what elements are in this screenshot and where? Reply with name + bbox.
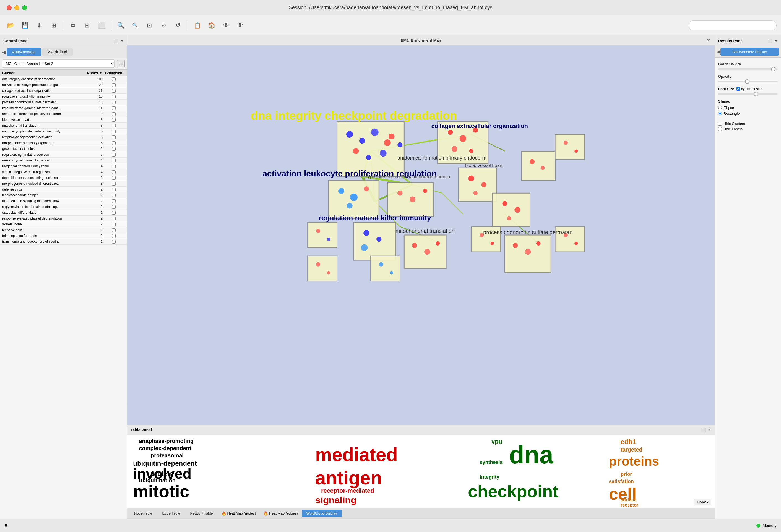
table-btn[interactable]: ⊞ xyxy=(48,19,60,32)
minimize-window-btn[interactable] xyxy=(14,5,19,10)
hide-clusters-checkbox[interactable] xyxy=(718,122,722,126)
table-row[interactable]: morphogenesis involved differentiatio...… xyxy=(0,181,127,187)
table-row[interactable]: mitochondrial translation 8 xyxy=(0,123,127,129)
tab-heat-map-edges[interactable]: 🔥 Heat Map (edges) xyxy=(260,510,301,517)
table-row[interactable]: immune lymphocyte mediated immunity 6 xyxy=(0,129,127,134)
table-row[interactable]: activation leukocyte proliferation regul… xyxy=(0,82,127,88)
table-row[interactable]: dna integrity checkpoint degradation 109 xyxy=(0,76,127,82)
network-close-btn[interactable]: ✕ xyxy=(707,38,710,43)
zoom-out-btn[interactable]: 🔍 xyxy=(129,19,141,32)
view-btn[interactable]: 👁 xyxy=(234,19,246,32)
ellipse-radio[interactable] xyxy=(718,106,722,110)
export-btn[interactable]: ⬜ xyxy=(95,19,108,32)
tab-edge-table[interactable]: Edge Table xyxy=(158,510,185,517)
table-row[interactable]: response elevated platelet degranulation… xyxy=(0,216,127,221)
zoom-fit-btn[interactable]: ⊡ xyxy=(143,19,155,32)
cluster-collapsed[interactable] xyxy=(102,118,125,122)
by-cluster-size-checkbox[interactable] xyxy=(737,87,740,91)
table-row[interactable]: deposition cenpa-containing nucleoso... … xyxy=(0,175,127,181)
cluster-collapsed[interactable] xyxy=(102,112,125,116)
collapsed-checkbox[interactable] xyxy=(112,147,116,151)
table-row[interactable]: blood vessel heart 8 xyxy=(0,117,127,123)
cluster-collapsed[interactable] xyxy=(102,135,125,139)
close-window-btn[interactable] xyxy=(7,5,12,10)
table-panel-restore-btn[interactable]: ⬜ xyxy=(701,428,706,432)
cluster-collapsed[interactable] xyxy=(102,153,125,157)
cluster-collapsed[interactable] xyxy=(102,159,125,162)
table-row[interactable]: telencephalon forebrain 2 xyxy=(0,233,127,239)
cluster-collapsed[interactable] xyxy=(102,165,125,168)
zoom-in-btn[interactable]: 🔍 xyxy=(115,19,127,32)
list-icon[interactable]: ≡ xyxy=(4,522,8,529)
hide-labels-checkbox[interactable] xyxy=(718,127,722,131)
results-tab-nav-left[interactable]: ◀ xyxy=(717,49,721,54)
tab-heat-map-nodes[interactable]: 🔥 Heat Map (nodes) xyxy=(218,510,259,517)
collapsed-checkbox[interactable] xyxy=(112,234,116,238)
cluster-collapsed[interactable] xyxy=(102,240,125,244)
cluster-collapsed[interactable] xyxy=(102,95,125,98)
tab-node-table[interactable]: Node Table xyxy=(129,510,157,517)
tab-autoannotate-display[interactable]: AutoAnnotate Display xyxy=(721,48,779,55)
cluster-collapsed[interactable] xyxy=(102,170,125,174)
cluster-collapsed[interactable] xyxy=(102,194,125,197)
zoom-sel-btn[interactable]: ⊙ xyxy=(158,19,170,32)
share-btn[interactable]: ⇆ xyxy=(67,19,79,32)
table-row[interactable]: type interferon gamma interferon-gam... … xyxy=(0,105,127,111)
cluster-collapsed[interactable] xyxy=(102,229,125,232)
save-btn[interactable]: 💾 xyxy=(19,19,31,32)
tab-wordcloud[interactable]: WordCloud xyxy=(42,48,73,56)
collapsed-checkbox[interactable] xyxy=(112,176,116,180)
cluster-collapsed[interactable] xyxy=(102,124,125,127)
collapsed-checkbox[interactable] xyxy=(112,153,116,157)
collapsed-checkbox[interactable] xyxy=(112,130,116,133)
cluster-collapsed[interactable] xyxy=(102,100,125,104)
collapsed-checkbox[interactable] xyxy=(112,182,116,186)
collapsed-checkbox[interactable] xyxy=(112,222,116,226)
collapsed-checkbox[interactable] xyxy=(112,118,116,122)
rectangle-radio[interactable] xyxy=(718,112,722,115)
cluster-collapsed[interactable] xyxy=(102,211,125,214)
opacity-thumb[interactable] xyxy=(745,79,749,84)
table-row[interactable]: regulation natural killer immunity 15 xyxy=(0,94,127,99)
collapsed-checkbox[interactable] xyxy=(112,89,116,93)
tab-network-table[interactable]: Network Table xyxy=(185,510,217,517)
collapsed-checkbox[interactable] xyxy=(112,77,116,81)
table-row[interactable]: collagen extracellular organization 21 xyxy=(0,88,127,94)
table-row[interactable]: morphogenesis sensory organ tube 6 xyxy=(0,140,127,146)
collapsed-checkbox[interactable] xyxy=(112,112,116,116)
results-panel-restore-btn[interactable]: ⬜ xyxy=(768,39,772,43)
collapsed-checkbox[interactable] xyxy=(112,199,116,203)
network-canvas[interactable]: dna integrity checkpoint degradation col… xyxy=(127,45,714,425)
collapsed-checkbox[interactable] xyxy=(112,83,116,87)
table-row[interactable]: osteoblast differentiation 2 xyxy=(0,210,127,216)
border-width-thumb[interactable] xyxy=(771,67,776,71)
table-row[interactable]: regulators rig-i mda5 production 5 xyxy=(0,152,127,158)
table-row[interactable]: urogenital nephron kidney renal 4 xyxy=(0,163,127,169)
sort-icon[interactable]: ▼ xyxy=(99,71,102,75)
collapsed-checkbox[interactable] xyxy=(112,229,116,232)
cluster-collapsed[interactable] xyxy=(102,217,125,220)
collapsed-checkbox[interactable] xyxy=(112,159,116,162)
table-row[interactable]: il12-mediated signaling mediated stat4 2 xyxy=(0,198,127,204)
cluster-collapsed[interactable] xyxy=(102,83,125,87)
collapsed-checkbox[interactable] xyxy=(112,107,116,110)
cluster-collapsed[interactable] xyxy=(102,234,125,238)
cluster-set-dropdown[interactable]: MCL Cluster Annotation Set 2 xyxy=(2,59,115,68)
table-row[interactable]: anatomical formation primary endoderm 9 xyxy=(0,111,127,117)
eye-btn[interactable]: 👁 xyxy=(220,19,232,32)
table-row[interactable]: process chondroitin sulfate dermatan 13 xyxy=(0,99,127,105)
cluster-collapsed[interactable] xyxy=(102,141,125,145)
table-row[interactable]: mesenchymal mesenchyme stem 4 xyxy=(0,158,127,163)
undock-btn[interactable]: Undock xyxy=(694,499,711,505)
cluster-action-btn[interactable]: ≡ xyxy=(117,60,125,68)
table-row[interactable]: tcr naïve cells 2 xyxy=(0,227,127,233)
cluster-collapsed[interactable] xyxy=(102,130,125,133)
maximize-window-btn[interactable] xyxy=(22,5,27,10)
cluster-collapsed[interactable] xyxy=(102,77,125,81)
collapsed-checkbox[interactable] xyxy=(112,205,116,209)
refresh-btn[interactable]: ↺ xyxy=(172,19,184,32)
collapsed-checkbox[interactable] xyxy=(112,100,116,104)
collapsed-checkbox[interactable] xyxy=(112,194,116,197)
home-btn[interactable]: 🏠 xyxy=(205,19,218,32)
open-folder-btn[interactable]: 📂 xyxy=(4,19,16,32)
